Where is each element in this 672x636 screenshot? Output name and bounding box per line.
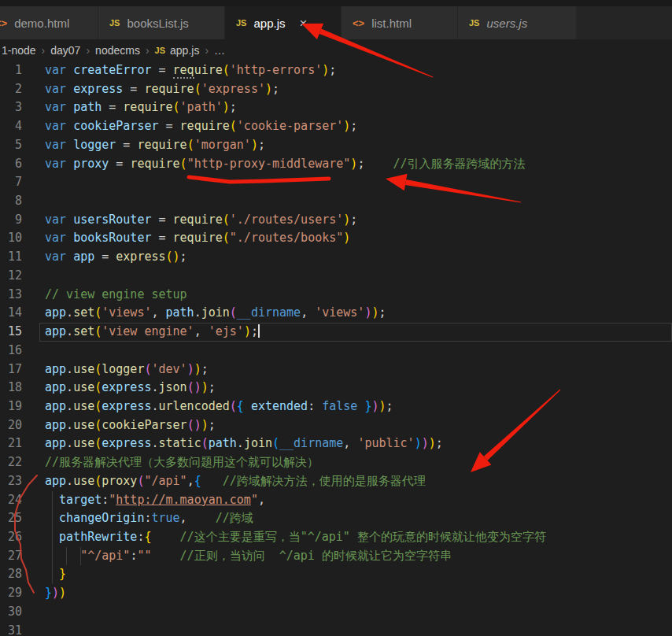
- code-line-7[interactable]: 7: [0, 173, 672, 192]
- line-content: var app = express();: [45, 248, 187, 267]
- text-cursor: [258, 324, 260, 338]
- line-number: 3: [0, 98, 22, 117]
- code-line-3[interactable]: 3var path = require('path');: [0, 98, 672, 117]
- line-number: 23: [0, 472, 22, 491]
- line-content: var booksRouter = require("./routes/book…: [45, 229, 350, 248]
- breadcrumb: 1-node›day07›nodecms›JSapp.js›…: [0, 39, 672, 61]
- js-icon: JS: [109, 18, 120, 28]
- tab-label: list.html: [371, 17, 412, 30]
- line-content: })): [45, 584, 66, 603]
- code-line-2[interactable]: 2var express = require('express');: [0, 80, 672, 99]
- code-line-17[interactable]: 17app.use(logger('dev'));: [0, 361, 672, 379]
- line-number: 30: [0, 603, 22, 622]
- code-line-18[interactable]: 18app.use(express.json());: [0, 379, 672, 398]
- code-line-28[interactable]: 28 }: [0, 565, 672, 584]
- line-content: var path = require('path');: [45, 98, 237, 117]
- breadcrumb-label: …: [214, 44, 225, 57]
- code-line-6[interactable]: 6var proxy = require("http-proxy-middlew…: [0, 155, 672, 174]
- breadcrumb-item-…[interactable]: …: [214, 44, 225, 57]
- line-content: app.use(express.urlencoded({ extended: f…: [45, 398, 393, 416]
- line-content: changeOrigin:true, //跨域: [45, 509, 253, 528]
- line-number: 9: [0, 211, 22, 230]
- code-line-27[interactable]: 27 "^/api":"" //正则，当访问 ^/api 的时候就让它为空字符串: [0, 547, 672, 566]
- tab-label: booksList.js: [127, 17, 188, 30]
- code-line-16[interactable]: 16: [0, 342, 672, 361]
- line-number: 16: [0, 342, 22, 361]
- breadcrumb-label: 1-node: [2, 44, 36, 57]
- line-content: //服务器解决代理（大多数问题用这个就可以解决）: [45, 453, 319, 472]
- chevron-right-icon: ›: [36, 44, 51, 57]
- line-number: 10: [0, 229, 22, 248]
- breadcrumb-label: nodecms: [95, 44, 140, 57]
- line-content: app.set('view engine', 'ejs');: [45, 323, 260, 342]
- line-number: 5: [0, 136, 22, 155]
- tab-app.js[interactable]: JSapp.js×: [225, 6, 341, 39]
- line-content: app.use(express.static(path.join(__dirna…: [45, 434, 443, 453]
- line-number: 20: [0, 416, 22, 435]
- code-line-23[interactable]: 23app.use(proxy("/api",{ //跨域解决方法，使用的是服务…: [0, 472, 672, 491]
- line-number: 31: [0, 622, 22, 636]
- code-line-15[interactable]: 15app.set('view engine', 'ejs');: [0, 323, 672, 342]
- line-number: 8: [0, 192, 22, 211]
- js-icon: JS: [155, 46, 165, 55]
- code-editor[interactable]: 1var createError = require('http-errors'…: [0, 61, 672, 636]
- code-line-5[interactable]: 5var logger = require('morgan');: [0, 136, 672, 155]
- code-line-1[interactable]: 1var createError = require('http-errors'…: [0, 61, 672, 80]
- line-content: var proxy = require("http-proxy-middlewa…: [45, 155, 526, 174]
- breadcrumb-label: app.js: [170, 44, 199, 57]
- tab-users.js[interactable]: JSusers.js: [458, 6, 576, 39]
- line-content: var usersRouter = require('./routes/user…: [45, 211, 357, 230]
- tab-label: app.js: [253, 17, 285, 30]
- code-line-29[interactable]: 29})): [0, 584, 672, 603]
- code-line-14[interactable]: 14app.set('views', path.join(__dirname, …: [0, 304, 672, 323]
- tab-label: demo.html: [14, 17, 69, 30]
- line-content: // view engine setup: [45, 286, 187, 305]
- line-content: app.use(logger('dev'));: [45, 361, 209, 379]
- code-line-8[interactable]: 8: [0, 192, 672, 211]
- line-content: app.use(proxy("/api",{ //跨域解决方法，使用的是服务器代…: [45, 472, 426, 491]
- line-content: var cookieParser = require('cookie-parse…: [45, 117, 357, 136]
- line-number: 17: [0, 361, 22, 379]
- breadcrumb-item-nodecms[interactable]: nodecms: [95, 44, 140, 57]
- line-content: app.use(express.json());: [45, 379, 216, 398]
- line-number: 6: [0, 155, 22, 174]
- breadcrumb-item-day07[interactable]: day07: [50, 44, 80, 57]
- breadcrumb-item-app.js[interactable]: JSapp.js: [155, 44, 200, 57]
- line-number: 19: [0, 398, 22, 416]
- line-number: 1: [0, 61, 22, 80]
- line-number: 13: [0, 286, 22, 305]
- code-line-13[interactable]: 13// view engine setup: [0, 286, 672, 305]
- code-line-21[interactable]: 21app.use(express.static(path.join(__dir…: [0, 434, 672, 453]
- line-number: 26: [0, 528, 22, 547]
- line-number: 4: [0, 117, 22, 136]
- breadcrumb-item-1-node[interactable]: 1-node: [2, 44, 36, 57]
- chevron-right-icon: ›: [199, 44, 214, 57]
- code-line-26[interactable]: 26 pathRewrite:{ //这个主要是重写，当"^/api" 整个的玩…: [0, 528, 672, 547]
- code-line-10[interactable]: 10var booksRouter = require("./routes/bo…: [0, 229, 672, 248]
- tab-list.html[interactable]: <>list.html: [342, 6, 457, 39]
- code-line-25[interactable]: 25 changeOrigin:true, //跨域: [0, 509, 672, 528]
- line-number: 24: [0, 491, 22, 510]
- code-line-12[interactable]: 12: [0, 267, 672, 286]
- tab-label: users.js: [486, 17, 527, 30]
- code-line-22[interactable]: 22//服务器解决代理（大多数问题用这个就可以解决）: [0, 453, 672, 472]
- code-line-24[interactable]: 24 target:"http://m.maoyan.com",: [0, 491, 672, 510]
- line-number: 7: [0, 173, 22, 192]
- line-content: target:"http://m.maoyan.com",: [45, 491, 265, 510]
- code-line-19[interactable]: 19app.use(express.urlencoded({ extended:…: [0, 398, 672, 416]
- html-icon: <>: [353, 17, 364, 29]
- code-line-4[interactable]: 4var cookieParser = require('cookie-pars…: [0, 117, 672, 136]
- code-line-9[interactable]: 9var usersRouter = require('./routes/use…: [0, 211, 672, 230]
- tab-demo.html[interactable]: <>demo.html: [0, 6, 98, 39]
- tab-booksList.js[interactable]: JSbooksList.js: [98, 6, 224, 39]
- line-number: 25: [0, 509, 22, 528]
- js-icon: JS: [469, 18, 479, 28]
- line-content: app.use(cookieParser());: [45, 416, 216, 435]
- line-number: 28: [0, 565, 22, 584]
- close-icon[interactable]: ×: [300, 17, 308, 30]
- code-line-11[interactable]: 11var app = express();: [0, 248, 672, 267]
- line-content: var express = require('express');: [45, 80, 279, 99]
- code-line-30[interactable]: 30: [0, 603, 672, 622]
- code-line-31[interactable]: 31: [0, 622, 672, 636]
- code-line-20[interactable]: 20app.use(cookieParser());: [0, 416, 672, 435]
